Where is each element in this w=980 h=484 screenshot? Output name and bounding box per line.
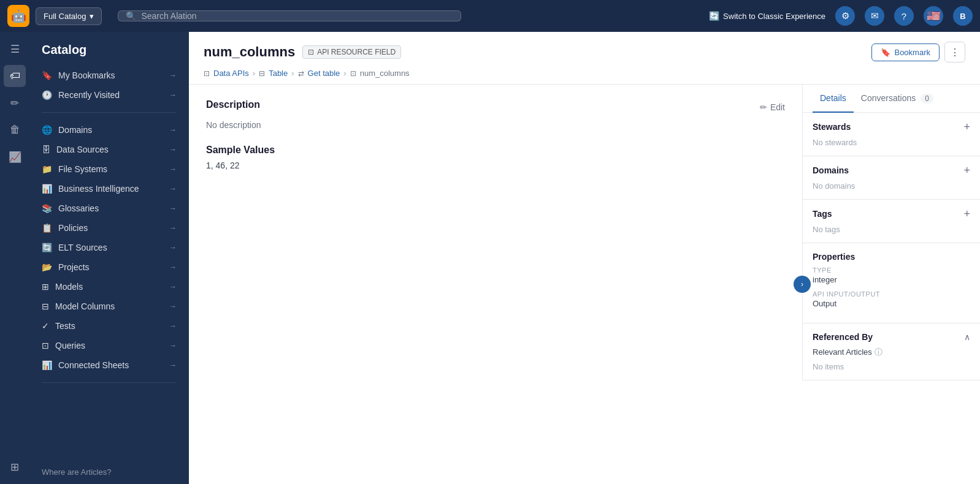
sidebar-item-queries[interactable]: ⊡Queries → (29, 336, 189, 355)
switch-classic-button[interactable]: 🔄 Switch to Classic Experience (709, 11, 825, 21)
sidebar-section-main: 🌐Domains → 🗄Data Sources → 📁File Systems… (29, 118, 189, 377)
properties-section: Properties TYPE integer API INPUT/OUTPUT… (803, 243, 980, 323)
content-area: Description ✏ Edit No description Sample… (189, 85, 980, 484)
nav-catalog-icon[interactable]: 🏷 (4, 65, 26, 87)
referenced-by-section: Referenced By ∧ Relevant Articles ⓘ No i… (803, 323, 980, 380)
mail-button[interactable]: ✉ (865, 6, 884, 26)
sidebar-item-glossaries[interactable]: 📚Glossaries → (29, 199, 189, 218)
stewards-empty: No stewards (813, 138, 857, 147)
sidebar-item-business-intelligence[interactable]: 📊Business Intelligence → (29, 179, 189, 199)
main-content: Description ✏ Edit No description Sample… (189, 85, 802, 484)
breadcrumb-icon-2: ⊟ (259, 69, 265, 78)
relevant-articles-subsection: Relevant Articles ⓘ No items (813, 347, 970, 371)
description-empty: No description (206, 120, 785, 130)
breadcrumb: ⊡ Data APIs › ⊟ Table › ⇄ Get table › ⊡ … (204, 69, 965, 84)
topnav: 🤖 Full Catalog ▾ 🔍 🔄 Switch to Classic E… (0, 0, 980, 32)
tags-section: Tags + No tags (803, 200, 980, 243)
breadcrumb-link-table[interactable]: Table (269, 69, 288, 78)
body-wrap: ☰ 🏷 ✏ 🗑 📈 ⊞ Catalog 🔖 My Bookmarks → 🕐 R… (0, 32, 980, 484)
breadcrumb-current: num_columns (360, 69, 410, 78)
sidebar-item-tests[interactable]: ✓Tests → (29, 316, 189, 336)
type-value: integer (813, 275, 970, 284)
api-io-value: Output (813, 299, 970, 308)
page-header: num_columns ⊡ API RESOURCE FIELD 🔖 Bookm… (189, 32, 980, 85)
sidebar-item-connected-sheets[interactable]: 📊Connected Sheets → (29, 355, 189, 375)
referenced-by-title: Referenced By (813, 332, 873, 342)
nav-edit-icon[interactable]: ✏ (4, 92, 26, 114)
description-title: Description (206, 99, 260, 110)
switch-label: Switch to Classic Experience (723, 12, 825, 21)
nav-apps-icon[interactable]: ⊞ (4, 456, 26, 478)
icon-bar: ☰ 🏷 ✏ 🗑 📈 ⊞ (0, 32, 29, 484)
properties-title: Properties (813, 252, 855, 262)
sidebar-item-bookmarks[interactable]: 🔖 My Bookmarks → (29, 66, 189, 85)
more-options-button[interactable]: ⋮ (944, 42, 965, 62)
sample-values-title: Sample Values (206, 145, 785, 156)
edit-button[interactable]: ✏ Edit (760, 102, 785, 112)
page-title: num_columns (204, 44, 295, 60)
bookmark-label: Bookmark (894, 48, 930, 57)
sidebar-item-recently-visited[interactable]: 🕐 Recently Visited → (29, 85, 189, 105)
sidebar-item-model-columns[interactable]: ⊟Model Columns → (29, 297, 189, 316)
sample-values: 1, 46, 22 (206, 161, 785, 170)
sidebar-item-elt-sources[interactable]: 🔄ELT Sources → (29, 238, 189, 257)
tags-empty: No tags (813, 225, 840, 234)
sidebar-title: Catalog (29, 32, 189, 63)
sidebar-item-projects[interactable]: 📂Projects → (29, 257, 189, 277)
property-api-io: API INPUT/OUTPUT Output (813, 290, 970, 308)
avatar[interactable]: B (953, 6, 973, 26)
add-domain-button[interactable]: + (963, 165, 970, 176)
sidebar-item-data-sources[interactable]: 🗄Data Sources → (29, 140, 189, 159)
catalog-selector[interactable]: Full Catalog ▾ (36, 7, 102, 25)
breadcrumb-icon-3: ⇄ (298, 69, 304, 78)
flag-icon: 🇺🇸 (924, 6, 943, 26)
catalog-chevron: ▾ (90, 12, 94, 21)
bookmark-button[interactable]: 🔖 Bookmark (871, 43, 940, 61)
models-icon: ⊞ (42, 282, 49, 292)
nav-trash-icon[interactable]: 🗑 (4, 119, 26, 141)
sidebar-divider-2 (42, 382, 177, 383)
bookmark-icon: 🔖 (42, 70, 52, 80)
main-area: num_columns ⊡ API RESOURCE FIELD 🔖 Bookm… (189, 32, 980, 484)
stewards-title: Stewards (813, 122, 851, 132)
sidebar-item-models[interactable]: ⊞Models → (29, 277, 189, 297)
breadcrumb-icon-1: ⊡ (204, 69, 210, 78)
connected-sheets-icon: 📊 (42, 360, 52, 370)
model-columns-icon: ⊟ (42, 301, 49, 311)
queries-icon: ⊡ (42, 341, 49, 350)
domains-section: Domains + No domains (803, 156, 980, 200)
sidebar-label-recently-visited: Recently Visited (58, 90, 120, 100)
glossaries-icon: 📚 (42, 203, 52, 213)
sidebar-footer-articles[interactable]: Where are Articles? (29, 460, 189, 484)
sidebar: Catalog 🔖 My Bookmarks → 🕐 Recently Visi… (29, 32, 189, 484)
bookmark-icon: 🔖 (881, 48, 890, 57)
sidebar-item-domains[interactable]: 🌐Domains → (29, 120, 189, 140)
edit-label: Edit (770, 102, 785, 112)
nav-menu-icon[interactable]: ☰ (4, 38, 26, 60)
nav-chart-icon[interactable]: 📈 (4, 146, 26, 168)
breadcrumb-link-data-apis[interactable]: Data APIs (213, 69, 249, 78)
data-sources-icon: 🗄 (42, 145, 50, 154)
help-button[interactable]: ? (894, 6, 914, 26)
type-label: TYPE (813, 267, 970, 274)
add-steward-button[interactable]: + (963, 121, 970, 132)
arrow-icon: → (169, 71, 177, 80)
info-icon: ⓘ (875, 347, 882, 358)
collapse-referenced-button[interactable]: ∧ (964, 332, 970, 342)
badge-icon: ⊡ (308, 48, 314, 56)
bi-icon: 📊 (42, 184, 52, 194)
clock-icon: 🕐 (42, 90, 52, 100)
property-type: TYPE integer (813, 267, 970, 284)
settings-button[interactable]: ⚙ (835, 6, 855, 26)
right-panel: Details Conversations 0 Stewards + No st… (802, 85, 980, 380)
search-input[interactable] (141, 11, 453, 21)
sidebar-item-file-systems[interactable]: 📁File Systems → (29, 159, 189, 179)
tab-details[interactable]: Details (813, 85, 854, 113)
tab-conversations[interactable]: Conversations 0 (854, 85, 941, 113)
logo: 🤖 (7, 5, 29, 27)
toggle-panel-button[interactable]: › (794, 276, 811, 293)
relevant-articles-label: Relevant Articles (813, 347, 872, 357)
add-tag-button[interactable]: + (963, 208, 970, 219)
sidebar-item-policies[interactable]: 📋Policies → (29, 218, 189, 238)
breadcrumb-link-get-table[interactable]: Get table (308, 69, 340, 78)
